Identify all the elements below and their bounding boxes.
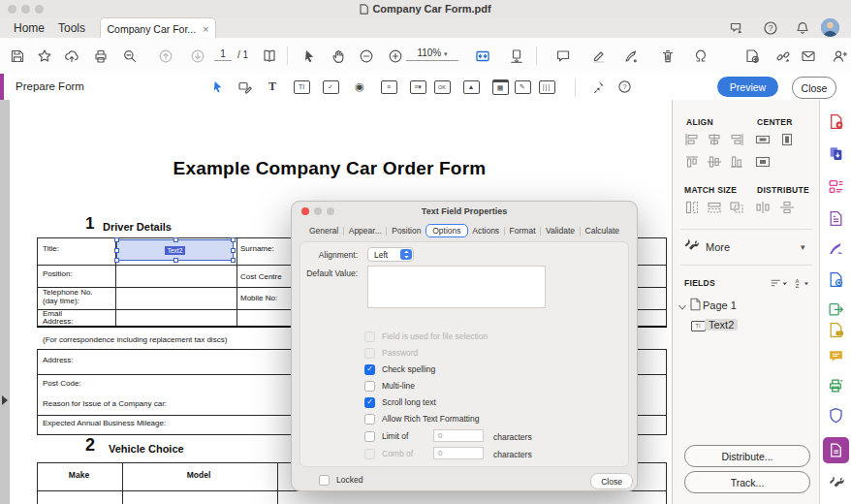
align-right-icon[interactable]	[728, 132, 745, 147]
match-width-icon[interactable]	[706, 200, 723, 215]
edit-pdf-icon[interactable]	[828, 210, 844, 227]
search-icon[interactable]	[121, 47, 138, 64]
distribute-button[interactable]: Distribute...	[684, 445, 810, 467]
menu-tools[interactable]: Tools	[58, 21, 85, 35]
button-field-icon[interactable]: OK	[433, 79, 451, 95]
list-box-field-icon[interactable]: ≡	[380, 79, 397, 95]
print-icon[interactable]	[92, 47, 109, 64]
protect-icon[interactable]	[828, 407, 844, 424]
combine-files-icon[interactable]	[828, 145, 844, 162]
fill-sign-icon[interactable]	[622, 47, 639, 64]
center-vertically-icon[interactable]	[778, 132, 796, 147]
redo-icon[interactable]	[692, 47, 709, 64]
tab-calculate[interactable]: Calculate	[582, 224, 623, 237]
page-view-icon[interactable]	[261, 47, 277, 64]
tree-text2-field[interactable]: Text2	[705, 319, 738, 331]
edit-field-icon[interactable]	[236, 79, 254, 95]
checkbox-file-selection[interactable]: Field is used for file selection	[364, 331, 488, 342]
zoom-level-dropdown[interactable]: 110% ▾	[406, 47, 458, 61]
tab-close-icon[interactable]: ×	[203, 23, 208, 35]
tab-order-sort-icon[interactable]	[770, 275, 787, 291]
export-pdf-rail-icon[interactable]	[828, 271, 844, 288]
date-field-icon[interactable]: ▦	[491, 79, 509, 95]
align-bottom-icon[interactable]	[728, 154, 745, 170]
center-horizontally-icon[interactable]	[754, 132, 772, 147]
account-avatar[interactable]	[821, 18, 839, 37]
more-label[interactable]: More	[706, 241, 730, 253]
tab-position[interactable]: Position	[388, 224, 425, 237]
share-feedback-icon[interactable]	[727, 19, 746, 36]
export-pdf-icon[interactable]	[743, 47, 760, 64]
comment-icon[interactable]	[554, 47, 571, 64]
text-area-field-icon[interactable]: TI	[293, 79, 310, 95]
align-horizontal-center-icon[interactable]	[706, 132, 723, 147]
comment-rail-icon[interactable]	[828, 348, 844, 364]
checkbox-comb-of[interactable]: Comb of	[364, 448, 413, 459]
help-icon[interactable]: ?	[615, 79, 633, 95]
limit-characters-input[interactable]	[433, 429, 484, 442]
checkbox-locked[interactable]: Locked	[319, 474, 362, 486]
preview-button[interactable]: Preview	[717, 77, 778, 97]
pointer-tool-icon[interactable]	[208, 79, 226, 95]
share-link-icon[interactable]	[774, 47, 791, 64]
center-both-icon[interactable]	[754, 154, 772, 170]
track-button[interactable]: Track...	[684, 471, 810, 493]
checkbox-field-icon[interactable]: ✓	[322, 79, 339, 95]
select-tool-icon[interactable]	[300, 47, 317, 64]
highlight-icon[interactable]	[590, 47, 607, 64]
zoom-in-icon[interactable]	[387, 47, 403, 64]
convert-icon[interactable]	[828, 300, 844, 317]
email-icon[interactable]	[800, 47, 816, 64]
share-upload-icon[interactable]	[63, 47, 79, 64]
signature-field-icon[interactable]: ✎	[514, 79, 531, 95]
organize-pages-icon[interactable]	[828, 322, 844, 338]
checkbox-scroll-long-text[interactable]: ✓ Scroll long text	[364, 396, 436, 408]
tab-options[interactable]: Options	[426, 224, 467, 237]
checkbox-check-spelling[interactable]: ✓ Check spelling	[364, 363, 435, 375]
text-field-icon[interactable]: T	[264, 79, 281, 95]
close-prepare-form-button[interactable]: Close	[792, 77, 836, 99]
tab-appearance[interactable]: Appear...	[345, 224, 386, 237]
menu-home[interactable]: Home	[14, 21, 45, 35]
page-number-input[interactable]: 1	[214, 48, 232, 61]
dialog-close-action-button[interactable]: Close	[590, 473, 633, 489]
alphabetical-sort-icon[interactable]: AZ	[793, 275, 810, 291]
pin-icon[interactable]	[588, 79, 606, 95]
print-production-icon[interactable]	[828, 377, 844, 394]
tree-page1-label[interactable]: Page 1	[703, 299, 737, 311]
barcode-field-icon[interactable]: |||	[538, 79, 555, 95]
chevron-down-icon[interactable]: ▾	[801, 242, 805, 252]
create-pdf-icon[interactable]	[828, 113, 844, 130]
notifications-bell-icon[interactable]	[793, 19, 812, 36]
align-vertical-center-icon[interactable]	[706, 154, 723, 170]
help-icon[interactable]: ?	[761, 19, 780, 36]
text2-form-field[interactable]: Text2	[116, 239, 234, 261]
tab-actions[interactable]: Actions	[468, 224, 503, 237]
scroll-mode-icon[interactable]	[508, 47, 524, 64]
previous-page-icon[interactable]	[157, 47, 173, 64]
trash-icon[interactable]	[659, 47, 676, 64]
next-page-icon[interactable]	[189, 47, 205, 64]
tab-validate[interactable]: Validate	[542, 224, 579, 237]
checkbox-limit-of[interactable]: Limit of	[364, 430, 408, 442]
zoom-out-icon[interactable]	[358, 47, 374, 64]
distribute-horizontally-icon[interactable]	[754, 200, 772, 215]
radio-field-icon[interactable]: ◉	[351, 79, 368, 95]
fit-width-icon[interactable]	[474, 47, 490, 64]
match-height-icon[interactable]	[683, 200, 701, 215]
align-left-icon[interactable]	[683, 132, 701, 147]
document-tab[interactable]: Company Car For... ×	[100, 17, 216, 39]
default-value-textarea[interactable]	[367, 266, 546, 308]
prepare-form-rail-icon[interactable]	[828, 442, 844, 458]
checkbox-rich-text[interactable]: Allow Rich Text Formatting	[364, 413, 479, 425]
checkbox-password[interactable]: Password	[364, 347, 418, 359]
more-tools-rail-icon[interactable]	[828, 474, 844, 490]
tab-general[interactable]: General	[305, 224, 342, 237]
align-top-icon[interactable]	[683, 154, 701, 170]
expand-nav-pane-icon[interactable]	[2, 395, 8, 405]
add-account-icon[interactable]	[831, 47, 847, 64]
match-both-icon[interactable]	[728, 200, 745, 215]
distribute-vertically-icon[interactable]	[778, 200, 796, 215]
edit-forms-icon[interactable]	[828, 178, 844, 195]
hand-tool-icon[interactable]	[330, 47, 346, 64]
